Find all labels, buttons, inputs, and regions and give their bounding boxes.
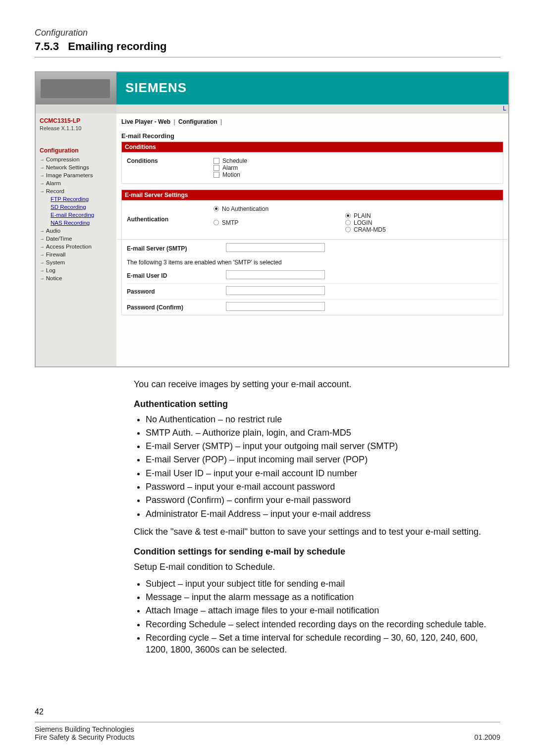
doc-section-title: 7.5.3 Emailing recording xyxy=(35,40,500,53)
cond-heading: Condition settings for sending e-mail by… xyxy=(134,546,500,557)
sidebar-section-head: Configuration xyxy=(40,147,113,154)
opt-noauth: No Authentication xyxy=(222,205,268,212)
radio-smtp[interactable] xyxy=(214,220,219,225)
sidebar: CCMC1315-LP Release X.1.1.10 Configurati… xyxy=(36,113,116,366)
list-item: Recording cycle – Set a time interval fo… xyxy=(146,632,500,656)
email-user-label: E-mail User ID xyxy=(127,272,226,279)
list-item: Message – input the alarm message as a n… xyxy=(146,591,500,603)
email-user-input[interactable] xyxy=(226,270,325,279)
footer-date: 01.2009 xyxy=(475,733,500,741)
crumb-config[interactable]: Configuration xyxy=(178,118,217,125)
sidebar-item-alarm[interactable]: Alarm xyxy=(40,179,113,187)
sidebar-item-email-rec[interactable]: E-mail Recording xyxy=(40,211,113,219)
cond-list: Subject – input your subject title for s… xyxy=(134,578,500,656)
opt-schedule: Schedule xyxy=(222,157,247,164)
auth-heading: Authentication setting xyxy=(134,398,500,410)
opt-alarm: Alarm xyxy=(222,164,238,171)
list-item: SMTP Auth. – Authorize plain, login, and… xyxy=(146,427,500,439)
cond-intro: Setup E-mail condition to Schedule. xyxy=(134,561,500,573)
doc-section-label: Configuration xyxy=(35,28,500,38)
radio-cram[interactable] xyxy=(345,227,351,232)
divider xyxy=(35,57,500,57)
auth-list: No Authentication – no restrict rule SMT… xyxy=(134,413,500,520)
opt-plain: PLAIN xyxy=(354,212,371,219)
smtp-note: The following 3 items are enabled when '… xyxy=(122,256,503,268)
sidebar-item-ftp[interactable]: FTP Recording xyxy=(40,195,113,203)
opt-login: LOGIN xyxy=(354,219,372,226)
list-item: E-mail Server (SMTP) – input your outgoi… xyxy=(146,440,500,452)
sidebar-item-nas[interactable]: NAS Recording xyxy=(40,219,113,227)
sidebar-item-compression[interactable]: Compression xyxy=(40,155,113,163)
sidebar-item-datetime[interactable]: Date/Time xyxy=(40,235,113,243)
footer: Siemens Building Technologies Fire Safet… xyxy=(35,725,500,741)
sidebar-item-record[interactable]: Record xyxy=(40,187,113,195)
crumb-liveplayer[interactable]: Live Player - Web xyxy=(121,118,170,125)
password-confirm-label: Password (Confirm) xyxy=(127,304,226,311)
page-number: 42 xyxy=(35,707,44,716)
list-item: Recording Schedule – select intended rec… xyxy=(146,618,500,630)
opt-cram: CRAM-MD5 xyxy=(354,226,386,233)
radio-plain[interactable] xyxy=(345,213,351,218)
list-item: Attach Image – attach image files to you… xyxy=(146,605,500,616)
section-number: 7.5.3 xyxy=(35,40,59,52)
content-area: Live Player - Web | Configuration | E-ma… xyxy=(116,113,508,366)
checkbox-motion[interactable] xyxy=(214,172,219,178)
body-text: You can receive images by setting your e… xyxy=(134,378,500,656)
brand-banner: SIEMENS xyxy=(116,72,508,104)
sidebar-item-image-params[interactable]: Image Parameters xyxy=(40,171,113,179)
checkbox-schedule[interactable] xyxy=(214,158,219,164)
sidebar-item-audio[interactable]: Audio xyxy=(40,227,113,235)
release-label: Release X.1.1.10 xyxy=(40,125,113,131)
radio-noauth[interactable] xyxy=(214,206,219,211)
top-right-letter: L xyxy=(503,105,506,112)
list-item: E-mail User ID – input your e-mail accou… xyxy=(146,467,500,479)
sidebar-item-log[interactable]: Log xyxy=(40,266,113,274)
password-confirm-input[interactable] xyxy=(226,302,325,311)
opt-motion: Motion xyxy=(222,171,240,178)
server-panel-head: E-mail Server Settings xyxy=(121,190,503,201)
smtp-server-input[interactable] xyxy=(226,243,325,252)
embedded-screenshot: SIEMENS L CCMC1315-LP Release X.1.1.10 C… xyxy=(35,71,509,367)
password-label: Password xyxy=(127,288,226,295)
conditions-panel-head: Conditions xyxy=(121,142,503,152)
device-model: CCMC1315-LP xyxy=(40,117,113,124)
password-input[interactable] xyxy=(226,286,325,295)
sidebar-item-system[interactable]: System xyxy=(40,258,113,266)
opt-smtp: SMTP xyxy=(222,219,238,226)
sidebar-item-notice[interactable]: Notice xyxy=(40,274,113,282)
intro-text: You can receive images by setting your e… xyxy=(134,378,500,390)
list-item: Subject – input your subject title for s… xyxy=(146,578,500,590)
list-item: No Authentication – no restrict rule xyxy=(146,413,500,425)
breadcrumb: Live Player - Web | Configuration | xyxy=(121,117,503,132)
list-item: E-mail Server (POP) – input incoming mai… xyxy=(146,454,500,465)
sidebar-item-sd[interactable]: SD Recording xyxy=(40,203,113,211)
footer-line2: Fire Safety & Security Products xyxy=(35,733,500,741)
sidebar-item-firewall[interactable]: Firewall xyxy=(40,251,113,258)
conditions-label: Conditions xyxy=(127,157,214,164)
radio-login[interactable] xyxy=(345,220,351,225)
sidebar-item-network[interactable]: Network Settings xyxy=(40,163,113,171)
auth-label: Authentication xyxy=(127,216,214,223)
smtp-server-label: E-mail Server (SMTP) xyxy=(127,245,226,252)
camera-thumbnail xyxy=(36,72,116,104)
list-item: Administrator E-mail Address – input you… xyxy=(146,508,500,520)
section-name: Emailing recording xyxy=(68,40,166,52)
footer-line1: Siemens Building Technologies xyxy=(35,725,500,733)
checkbox-alarm[interactable] xyxy=(214,165,219,171)
click-note: Click the "save & test e-mail" button to… xyxy=(134,526,500,538)
list-item: Password – input your e-mail account pas… xyxy=(146,481,500,493)
page-title: E-mail Recording xyxy=(121,132,503,140)
footer-divider xyxy=(35,722,500,722)
list-item: Password (Confirm) – confirm your e-mail… xyxy=(146,494,500,506)
sidebar-item-access[interactable]: Access Protection xyxy=(40,243,113,251)
